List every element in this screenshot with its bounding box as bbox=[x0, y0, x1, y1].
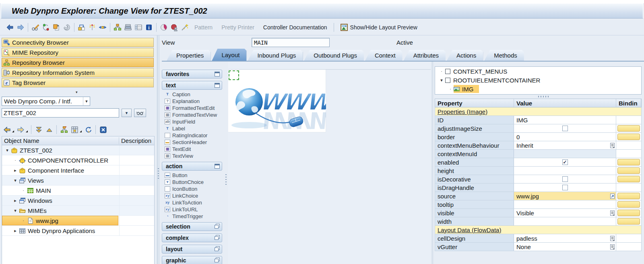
tree-row-mimes[interactable]: ▾MIMEs bbox=[2, 206, 154, 216]
object-name-input[interactable]: ZTEST_002 bbox=[2, 108, 119, 118]
section-link[interactable]: Properties (Image) bbox=[435, 107, 641, 116]
tab-properties[interactable]: Properties bbox=[167, 50, 211, 61]
palette-item-buttonchoice[interactable]: ▾ButtonChoice bbox=[161, 179, 223, 186]
sidebar-item-repository-information-system[interactable]: Repository Information System bbox=[2, 68, 154, 77]
sidebar-item-tag-browser[interactable]: eTag Browser bbox=[2, 78, 154, 87]
copy-button[interactable] bbox=[51, 22, 62, 33]
object-dropdown-button[interactable]: ▼ bbox=[122, 109, 132, 117]
forward-button[interactable] bbox=[15, 22, 26, 33]
tab-outbound-plugs[interactable]: Outbound Plugs bbox=[304, 50, 364, 61]
palette-item-linkchoice[interactable]: xyLinkChoice bbox=[161, 192, 223, 199]
property-value[interactable] bbox=[514, 150, 616, 158]
sidebar-item-repository-browser[interactable]: Repository Browser bbox=[2, 58, 154, 67]
tree-row-component-interface[interactable]: ▸Component Interface bbox=[2, 165, 154, 175]
binding-button[interactable] bbox=[617, 210, 640, 216]
controller-documentation-button[interactable]: Controller Documentation bbox=[259, 24, 332, 31]
restore-icon[interactable] bbox=[215, 248, 219, 251]
property-value[interactable]: Visible bbox=[514, 209, 616, 217]
restore-icon[interactable] bbox=[215, 236, 219, 240]
property-value[interactable] bbox=[514, 184, 616, 192]
runtime-analysis-button[interactable] bbox=[169, 22, 180, 33]
display-object-button[interactable] bbox=[134, 109, 146, 117]
expander-closed-icon[interactable]: ▸ bbox=[12, 168, 18, 173]
history-back-menu[interactable] bbox=[12, 125, 15, 134]
expander-closed-icon[interactable]: ▸ bbox=[12, 228, 18, 233]
palette-item-textedit[interactable]: ▦TextEdit bbox=[161, 146, 223, 153]
restore-icon[interactable] bbox=[215, 259, 219, 262]
tree-row-componentcontroller[interactable]: ·COMPONENTCONTROLLER bbox=[2, 155, 154, 165]
tab-context[interactable]: Context bbox=[365, 50, 402, 61]
palette-item-label[interactable]: TLabel bbox=[161, 125, 223, 132]
binding-button[interactable] bbox=[617, 201, 640, 208]
property-value[interactable] bbox=[514, 175, 616, 183]
palette-item-button[interactable]: ▬Button bbox=[161, 172, 223, 179]
sidebar-item-connectivity-browser[interactable]: Connectivity Browser bbox=[2, 38, 154, 47]
binding-button[interactable] bbox=[617, 134, 640, 140]
minimize-icon[interactable] bbox=[215, 83, 220, 88]
palette-section-layout[interactable]: layout bbox=[162, 245, 222, 254]
palette-section-selection[interactable]: selection bbox=[162, 222, 222, 231]
property-value[interactable]: ✓ bbox=[514, 158, 616, 166]
property-value[interactable]: 0 bbox=[514, 133, 616, 141]
tree-row-main[interactable]: ·MAIN bbox=[2, 186, 154, 196]
dropdown-indicator-icon[interactable] bbox=[610, 210, 615, 216]
expander-open-icon[interactable]: ▾ bbox=[12, 208, 18, 213]
palette-section-favorites[interactable]: favorites bbox=[162, 70, 222, 78]
palette-item-sectionheader[interactable]: ▬SectionHeader bbox=[161, 139, 223, 146]
binding-button[interactable] bbox=[617, 159, 640, 165]
ui-tree-row-img[interactable]: ·IMG bbox=[435, 85, 641, 93]
property-value[interactable]: padless bbox=[514, 234, 616, 242]
dropdown-indicator-icon[interactable] bbox=[610, 143, 615, 148]
checkbox[interactable] bbox=[562, 126, 568, 131]
property-value[interactable] bbox=[514, 217, 616, 225]
expander-open-icon[interactable]: ▾ bbox=[4, 148, 10, 153]
property-value[interactable] bbox=[514, 167, 616, 175]
section-row-layout-data-flowdata[interactable]: Layout Data (FlowData) bbox=[435, 226, 642, 234]
binding-button[interactable] bbox=[617, 167, 640, 174]
tab-layout[interactable]: Layout bbox=[212, 49, 246, 61]
info-button[interactable]: i bbox=[144, 22, 154, 33]
dropdown-indicator-icon[interactable] bbox=[610, 244, 615, 250]
expander-open-icon[interactable]: ▾ bbox=[12, 178, 18, 183]
dropdown-indicator-icon[interactable] bbox=[610, 236, 615, 241]
tree-row-www-jpg[interactable]: ·www.jpg bbox=[2, 216, 154, 226]
expand-all-button[interactable] bbox=[33, 125, 44, 134]
close-tree-button[interactable] bbox=[98, 125, 108, 134]
palette-item-inputfield[interactable]: abInputField bbox=[161, 118, 223, 125]
palette-item-linktourl[interactable]: xyLinkToURL bbox=[161, 206, 223, 213]
tree-row-views[interactable]: ▾Views bbox=[2, 175, 154, 186]
refresh-tree-button[interactable] bbox=[83, 125, 93, 134]
palette-section-action[interactable]: action bbox=[162, 162, 222, 171]
property-value[interactable]: None bbox=[514, 243, 616, 251]
ui-tree-row-rootuielementcontainer[interactable]: ▾ROOTUIELEMENTCONTAINER bbox=[435, 76, 641, 85]
expander-open-icon[interactable]: ▾ bbox=[438, 78, 445, 83]
test-button[interactable] bbox=[87, 22, 97, 33]
selection-marker[interactable] bbox=[229, 70, 239, 80]
property-value[interactable]: IMG bbox=[514, 116, 616, 124]
palette-item-caption[interactable]: TCaption bbox=[161, 91, 223, 98]
history-forward-menu[interactable] bbox=[26, 125, 29, 134]
wizard-button[interactable] bbox=[180, 22, 190, 33]
performance-button[interactable] bbox=[159, 22, 169, 33]
table-view-button[interactable] bbox=[133, 22, 144, 33]
property-value[interactable] bbox=[514, 124, 616, 132]
hierarchy-button[interactable] bbox=[112, 22, 123, 33]
history-back-button[interactable] bbox=[2, 125, 12, 134]
back-button[interactable] bbox=[5, 22, 15, 33]
checkbox[interactable] bbox=[562, 185, 568, 190]
check-button[interactable] bbox=[76, 22, 87, 33]
whirl-icon[interactable] bbox=[62, 22, 72, 33]
category-select[interactable]: Web Dynpro Comp. / Intf. ▼ bbox=[2, 97, 90, 106]
history-forward-button[interactable] bbox=[15, 125, 26, 134]
inspector-splitter[interactable] bbox=[432, 62, 434, 264]
tab-actions[interactable]: Actions bbox=[447, 50, 483, 61]
property-value[interactable]: www.jpg bbox=[514, 192, 616, 200]
tab-inbound-plugs[interactable]: Inbound Plugs bbox=[248, 50, 303, 61]
tree-row-windows[interactable]: ▸Windows bbox=[2, 196, 154, 206]
checkbox[interactable] bbox=[562, 176, 568, 182]
view-name-field[interactable]: MAIN bbox=[252, 38, 330, 47]
palette-section-text[interactable]: text bbox=[162, 81, 222, 90]
palette-splitter[interactable] bbox=[225, 62, 227, 264]
display-change-button[interactable] bbox=[30, 22, 41, 33]
hierarchy-view-button[interactable] bbox=[59, 125, 69, 134]
